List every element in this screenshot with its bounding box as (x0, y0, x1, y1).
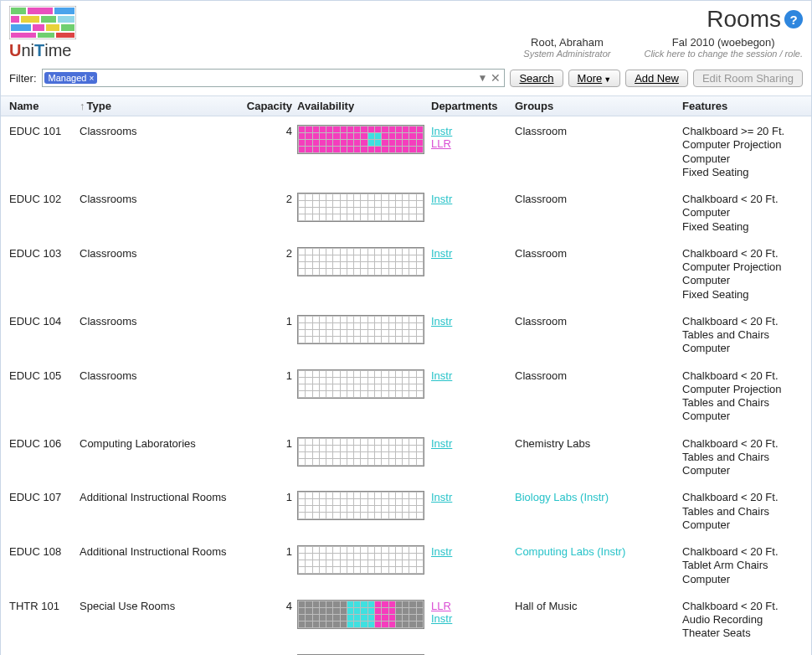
room-groups: Classroom (515, 193, 682, 205)
room-groups: Classroom (515, 315, 682, 328)
room-name: EDUC 104 (9, 315, 80, 328)
svg-rect-8 (11, 24, 31, 31)
session-name: Fal 2010 (woebegon) (644, 36, 803, 49)
group-label: Chemistry Labs (515, 437, 682, 450)
department-link[interactable]: Instr (431, 247, 515, 260)
department-link[interactable]: Instr (431, 193, 515, 205)
svg-rect-2 (28, 8, 53, 14)
feature-item: Chalkboard < 20 Ft. (682, 315, 799, 328)
department-link[interactable]: LLR (431, 137, 515, 150)
filter-clear-icon[interactable]: ✕ (489, 71, 502, 85)
feature-item: Computer Projection (682, 383, 799, 396)
feature-item: Computer (682, 573, 799, 586)
room-type: Classrooms (80, 369, 239, 382)
room-features: Chalkboard < 20 Ft.Tables and ChairsComp… (682, 437, 799, 478)
room-name: EDUC 108 (9, 545, 80, 558)
filter-chip-managed[interactable]: Managed × (44, 72, 98, 84)
feature-item: Computer (682, 464, 799, 477)
feature-item: Tables and Chairs (682, 396, 799, 410)
department-link[interactable]: Instr (431, 545, 515, 558)
chip-remove-icon[interactable]: × (89, 74, 94, 83)
search-button[interactable]: Search (510, 70, 563, 87)
room-departments: Instr (431, 545, 515, 558)
room-availability (297, 369, 431, 399)
user-role: System Administrator (523, 49, 610, 59)
user-block[interactable]: Root, Abraham System Administrator (523, 36, 610, 59)
feature-item: Tables and Chairs (682, 451, 799, 464)
table-row[interactable]: MALLOutside Locations10Adm (9, 649, 803, 656)
department-link[interactable]: Instr (431, 491, 515, 503)
col-groups[interactable]: Groups (515, 100, 682, 112)
col-name[interactable]: Name (9, 100, 80, 112)
room-features: Chalkboard < 20 Ft.Computer ProjectionTa… (682, 369, 799, 424)
feature-item: Chalkboard < 20 Ft. (682, 369, 799, 383)
feature-item: Theater Seats (682, 627, 799, 640)
room-groups: Classroom (515, 125, 682, 137)
group-label: Classroom (515, 247, 682, 260)
room-name: EDUC 107 (9, 491, 80, 503)
department-link[interactable]: Instr (431, 612, 515, 625)
col-features[interactable]: Features (682, 100, 799, 112)
room-type: Classrooms (80, 193, 239, 205)
table-row[interactable]: THTR 101Special Use Rooms4LLRInstrHall o… (9, 595, 803, 649)
room-type: Classrooms (80, 125, 239, 137)
col-availability[interactable]: Availability (297, 100, 431, 112)
group-label: Classroom (515, 315, 682, 328)
department-link[interactable]: Instr (431, 315, 515, 328)
room-features: Chalkboard < 20 Ft.Tablet Arm ChairsComp… (682, 545, 799, 586)
room-departments: Instr (431, 315, 515, 328)
app-logo[interactable]: UniTime (9, 6, 76, 60)
department-link[interactable]: LLR (431, 600, 515, 612)
group-label: Classroom (515, 369, 682, 382)
table-row[interactable]: EDUC 104Classrooms1InstrClassroomChalkbo… (9, 310, 803, 364)
availability-grid (297, 491, 424, 520)
svg-rect-3 (54, 8, 75, 14)
room-features: Chalkboard < 20 Ft.Tables and ChairsComp… (682, 491, 799, 532)
filter-dropdown-icon[interactable]: ▼ (477, 72, 487, 84)
table-row[interactable]: EDUC 101Classrooms4InstrLLRClassroomChal… (9, 120, 803, 188)
feature-item: Computer (682, 274, 799, 287)
svg-rect-13 (38, 33, 54, 38)
chevron-down-icon: ▼ (604, 75, 611, 84)
department-link[interactable]: Instr (431, 437, 515, 450)
svg-rect-9 (33, 24, 44, 31)
svg-rect-7 (58, 16, 75, 23)
add-new-button[interactable]: Add New (625, 70, 688, 87)
table-row[interactable]: EDUC 107Additional Instructional Rooms1I… (9, 486, 803, 540)
session-block[interactable]: Fal 2010 (woebegon) Click here to change… (644, 36, 803, 59)
filter-label: Filter: (9, 72, 37, 85)
availability-grid (297, 315, 424, 344)
room-type: Additional Instructional Rooms (80, 491, 239, 503)
feature-item: Chalkboard < 20 Ft. (682, 491, 799, 504)
department-link[interactable]: Instr (431, 125, 515, 137)
feature-item: Computer Projection (682, 260, 799, 274)
room-availability (297, 125, 431, 154)
feature-item: Tablet Arm Chairs (682, 559, 799, 572)
group-link[interactable]: Biology Labs (Instr) (515, 491, 682, 503)
table-row[interactable]: EDUC 102Classrooms2InstrClassroomChalkbo… (9, 188, 803, 242)
feature-item: Chalkboard < 20 Ft. (682, 193, 799, 206)
group-link[interactable]: Computing Labs (Instr) (515, 545, 682, 558)
col-departments[interactable]: Departments (431, 100, 515, 112)
room-features: Chalkboard >= 20 Ft.Computer ProjectionC… (682, 125, 799, 179)
feature-item: Fixed Seating (682, 220, 799, 234)
filter-input[interactable]: Managed × ▼ ✕ (42, 69, 506, 87)
room-capacity: 2 (239, 247, 297, 260)
room-capacity: 1 (239, 545, 297, 558)
room-groups: Hall of Music (515, 600, 682, 612)
col-capacity[interactable]: Capacity (239, 100, 297, 112)
group-label: Classroom (515, 125, 682, 137)
table-row[interactable]: EDUC 103Classrooms2InstrClassroomChalkbo… (9, 242, 803, 310)
department-link[interactable]: Instr (431, 369, 515, 382)
room-type: Computing Laboratories (80, 437, 239, 450)
feature-item: Chalkboard < 20 Ft. (682, 437, 799, 451)
table-row[interactable]: EDUC 105Classrooms1InstrClassroomChalkbo… (9, 364, 803, 432)
room-name: EDUC 101 (9, 125, 80, 137)
table-row[interactable]: EDUC 108Additional Instructional Rooms1I… (9, 540, 803, 595)
table-row[interactable]: EDUC 106Computing Laboratories1InstrChem… (9, 432, 803, 487)
room-name: THTR 101 (9, 600, 80, 612)
help-icon[interactable]: ? (784, 10, 803, 28)
col-type[interactable]: ↑Type (80, 100, 239, 112)
more-button[interactable]: More▼ (568, 70, 621, 87)
room-type: Classrooms (80, 247, 239, 260)
